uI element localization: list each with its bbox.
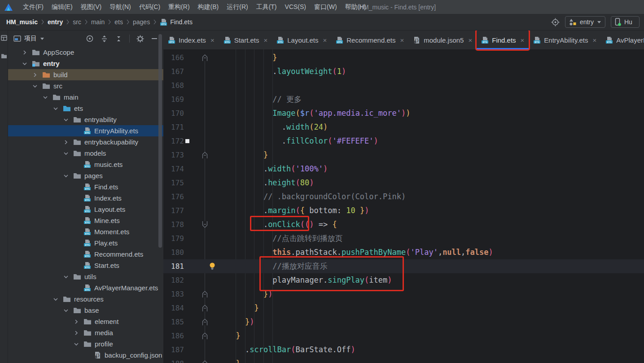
tree-item-resources[interactable]: resources xyxy=(8,293,163,305)
tree-item-entryability[interactable]: entryability xyxy=(8,114,163,125)
tree-item-Play.ets[interactable]: ETSPlay.ets xyxy=(8,237,163,249)
tree-item-models[interactable]: models xyxy=(8,148,163,159)
tab-EntryAbility.ets[interactable]: ETSEntryAbility.ets× xyxy=(529,31,601,49)
menu-item-1[interactable]: 编辑(E) xyxy=(48,3,77,11)
chevron-down-icon[interactable] xyxy=(73,341,82,348)
chevron-right-icon[interactable] xyxy=(21,49,30,56)
tree-item-AvPlayerManager.ets[interactable]: ETSAvPlayerManager.ets xyxy=(8,282,163,293)
tree-item-entry[interactable]: entry xyxy=(8,58,163,69)
device-selector[interactable]: Hu xyxy=(611,16,640,28)
tab-Start.ets[interactable]: ETSStart.ets× xyxy=(219,31,272,49)
tree-item-Recommend.ets[interactable]: ETSRecommend.ets xyxy=(8,249,163,260)
tab-Recommend.ets[interactable]: ETSRecommend.ets× xyxy=(331,31,408,49)
menu-item-9[interactable]: VCS(S) xyxy=(281,3,310,10)
fold-marker-icon[interactable] xyxy=(202,151,208,159)
menu-item-0[interactable]: 文件(F) xyxy=(19,3,48,11)
menu-item-4[interactable]: 代码(C) xyxy=(135,3,164,11)
tree-item-base[interactable]: base xyxy=(8,305,163,316)
tab-AvPlayerManager.ets[interactable]: ETSAvPlayerManager.ets× xyxy=(601,31,644,49)
tree-item-AppScope[interactable]: AppScope xyxy=(8,47,163,58)
tree-item-ets[interactable]: ets xyxy=(8,103,163,114)
chevron-right-icon[interactable] xyxy=(73,329,82,337)
chevron-down-icon[interactable] xyxy=(52,296,61,303)
chevron-down-icon[interactable] xyxy=(52,105,61,112)
tree-item-Find.ets[interactable]: ETSFind.ets xyxy=(8,181,163,192)
chevron-down-icon[interactable] xyxy=(31,83,40,90)
tree-item-utils[interactable]: utils xyxy=(8,271,163,282)
fold-marker-icon[interactable] xyxy=(202,221,208,228)
intention-bulb-icon[interactable] xyxy=(209,262,216,271)
menu-item-5[interactable]: 重构(R) xyxy=(164,3,193,11)
close-icon[interactable]: × xyxy=(592,36,596,44)
close-icon[interactable]: × xyxy=(264,36,268,44)
project-tool-icon[interactable] xyxy=(1,35,7,41)
target-icon[interactable] xyxy=(551,18,560,26)
breadcrumb-item-src[interactable]: src xyxy=(71,17,83,26)
chevron-right-icon[interactable] xyxy=(73,318,82,325)
tree-item-Layout.ets[interactable]: ETSLayout.ets xyxy=(8,204,163,215)
tree-item-backup_config.json[interactable]: {}backup_config.json xyxy=(8,350,163,361)
tree-item-Mine.ets[interactable]: ETSMine.ets xyxy=(8,215,163,226)
tree-item-media[interactable]: media xyxy=(8,327,163,338)
breadcrumb-item-main[interactable]: main xyxy=(89,17,106,26)
tree-item-Start.ets[interactable]: ETSStart.ets xyxy=(8,260,163,271)
close-icon[interactable]: × xyxy=(210,36,215,44)
chevron-down-icon[interactable] xyxy=(62,150,71,157)
tree-item-src[interactable]: src xyxy=(8,80,163,92)
fold-marker-icon[interactable] xyxy=(202,54,208,61)
fold-marker-icon[interactable] xyxy=(202,290,208,298)
close-icon[interactable]: × xyxy=(521,36,525,44)
gear-icon[interactable] xyxy=(136,35,144,43)
breadcrumb-separator-icon xyxy=(107,19,112,25)
tree-item-entrybackupability[interactable]: entrybackupability xyxy=(8,136,163,148)
tab-module.json5[interactable]: {}module.json5× xyxy=(408,31,477,49)
chevron-down-icon[interactable] xyxy=(42,94,51,101)
fold-marker-icon[interactable] xyxy=(202,332,208,340)
tab-Find.ets[interactable]: ETSFind.ets× xyxy=(477,31,529,49)
tree-scrollbar[interactable] xyxy=(158,34,162,248)
chevron-down-icon[interactable] xyxy=(62,172,71,179)
close-icon[interactable]: × xyxy=(323,36,327,44)
chevron-down-icon[interactable] xyxy=(62,307,71,314)
hide-panel-icon[interactable] xyxy=(151,35,158,42)
breadcrumb-item-pages[interactable]: pages xyxy=(131,17,152,26)
close-icon[interactable]: × xyxy=(400,36,404,44)
menu-item-6[interactable]: 构建(B) xyxy=(194,3,223,11)
close-icon[interactable]: × xyxy=(468,36,472,44)
chevron-right-icon[interactable] xyxy=(62,139,71,146)
menu-item-7[interactable]: 运行(R) xyxy=(223,3,252,11)
fold-marker-icon[interactable] xyxy=(202,360,208,363)
locate-file-icon[interactable] xyxy=(86,35,94,43)
tree-item-EntryAbility.ets[interactable]: ETSEntryAbility.ets xyxy=(8,125,163,136)
tree-item-profile[interactable]: profile xyxy=(8,338,163,350)
chevron-right-icon[interactable] xyxy=(31,71,40,79)
chevron-down-icon[interactable] xyxy=(62,273,71,280)
breadcrumb-item-ets[interactable]: ets xyxy=(113,17,125,26)
menu-item-8[interactable]: 工具(T) xyxy=(252,3,281,11)
breadcrumb-item-entry[interactable]: entry xyxy=(46,17,65,26)
tree-item-pages[interactable]: pages xyxy=(8,170,163,181)
tree-item-Index.ets[interactable]: ETSIndex.ets xyxy=(8,192,163,204)
chevron-down-icon[interactable] xyxy=(62,116,71,123)
breadcrumb-item-Find.ets[interactable]: ETSFind.ets xyxy=(158,17,194,27)
chevron-down-icon[interactable] xyxy=(21,60,30,67)
menu-item-10[interactable]: 窗口(W) xyxy=(310,3,341,11)
tree-item-main[interactable]: main xyxy=(8,92,163,103)
tab-Layout.ets[interactable]: ETSLayout.ets× xyxy=(272,31,331,49)
tree-item-music.ets[interactable]: ETSmusic.ets xyxy=(8,159,163,170)
tab-Index.ets[interactable]: ETSIndex.ets× xyxy=(163,31,219,49)
folder-tool-icon[interactable] xyxy=(1,53,7,59)
expand-all-icon[interactable] xyxy=(101,35,108,43)
breadcrumb-item-HM_music[interactable]: HM_music xyxy=(4,17,39,26)
project-view-selector[interactable]: 项目 xyxy=(13,35,44,43)
fold-marker-icon[interactable] xyxy=(202,304,208,312)
tree-item-build[interactable]: build xyxy=(8,69,163,80)
tree-item-Moment.ets[interactable]: ETSMoment.ets xyxy=(8,226,163,237)
breadcrumb-label: src xyxy=(73,18,81,26)
tree-item-element[interactable]: element xyxy=(8,316,163,327)
menu-item-3[interactable]: 导航(N) xyxy=(105,3,135,11)
menu-item-2[interactable]: 视图(V) xyxy=(77,3,106,11)
collapse-all-icon[interactable] xyxy=(115,35,123,43)
run-config-selector[interactable]: entry xyxy=(565,16,605,28)
fold-marker-icon[interactable] xyxy=(202,318,208,326)
